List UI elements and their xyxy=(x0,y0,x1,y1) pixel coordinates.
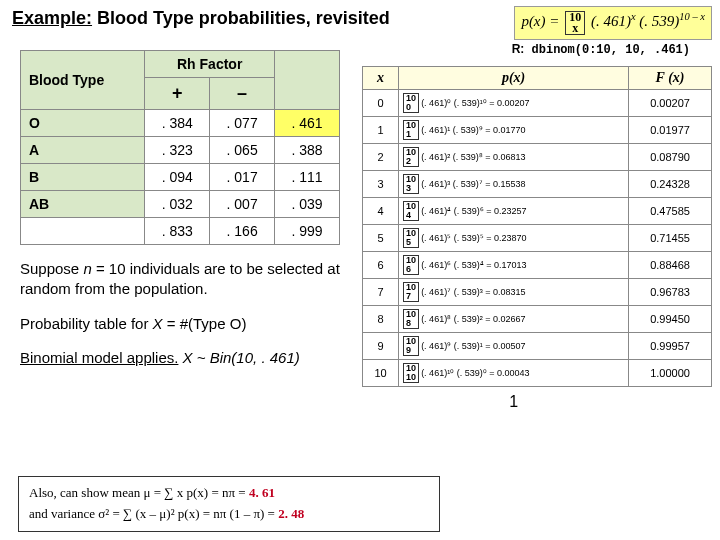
bt-row-label: B xyxy=(21,164,145,191)
cdf-value: 0.24328 xyxy=(629,171,712,198)
paragraph-suppose: Suppose n = 10 individuals are to be sel… xyxy=(20,259,340,300)
binom-icon: 1010 xyxy=(403,363,419,383)
r-code-line: R: dbinom(0:10, 10, .461) xyxy=(512,42,690,57)
cdf-value: 0.47585 xyxy=(629,198,712,225)
title-rest: Blood Type probabilities, revisited xyxy=(92,8,390,28)
x-value: 0 xyxy=(363,90,399,117)
paragraph-probtable: Probability table for X = #(Type O) xyxy=(20,314,340,334)
binom-icon: 100 xyxy=(403,93,419,113)
binom-icon: 107 xyxy=(403,282,419,302)
x-value: 8 xyxy=(363,306,399,333)
x-value: 3 xyxy=(363,171,399,198)
binom-icon: 109 xyxy=(403,336,419,356)
x-value: 5 xyxy=(363,225,399,252)
binom-icon: 101 xyxy=(403,120,419,140)
mean-variance-box: Also, can show mean μ = ∑ x p(x) = nπ = … xyxy=(18,476,440,532)
binom-icon: 102 xyxy=(403,147,419,167)
binom-icon: 106 xyxy=(403,255,419,275)
cdf-value: 0.00207 xyxy=(629,90,712,117)
mean-value: 4. 61 xyxy=(249,485,275,500)
binom-icon: 104 xyxy=(403,201,419,221)
paragraph-binomial: Binomial model applies. X ~ Bin(10, . 46… xyxy=(20,348,340,368)
pmf-formula: p(x) = 10x (. 461)x (. 539)10 – x xyxy=(514,6,712,40)
bt-row-label: AB xyxy=(21,191,145,218)
x-value: 4 xyxy=(363,198,399,225)
binom-icon: 103 xyxy=(403,174,419,194)
x-value: 6 xyxy=(363,252,399,279)
binom-icon: 105 xyxy=(403,228,419,248)
sum-value: 1 xyxy=(399,387,629,415)
rh-header: Rh Factor xyxy=(145,51,275,78)
variance-value: 2. 48 xyxy=(278,506,304,521)
binom-icon: 108 xyxy=(403,309,419,329)
cdf-value: 0.71455 xyxy=(629,225,712,252)
probability-table: xp(x)F (x) 0100(. 461)⁰ (. 539)¹⁰ = 0.00… xyxy=(362,66,712,414)
cdf-value: 0.01977 xyxy=(629,117,712,144)
cdf-value: 0.08790 xyxy=(629,144,712,171)
bt-row-label: A xyxy=(21,137,145,164)
cdf-value: 0.99450 xyxy=(629,306,712,333)
x-value: 10 xyxy=(363,360,399,387)
cdf-value: 1.00000 xyxy=(629,360,712,387)
cdf-value: 0.88468 xyxy=(629,252,712,279)
blood-type-table: Blood Type Rh Factor + – O. 384. 077. 46… xyxy=(20,50,340,245)
binom-icon: 10x xyxy=(565,11,585,35)
bt-row-label: O xyxy=(21,110,145,137)
x-value: 9 xyxy=(363,333,399,360)
x-value: 1 xyxy=(363,117,399,144)
x-value: 2 xyxy=(363,144,399,171)
x-value: 7 xyxy=(363,279,399,306)
blood-type-header: Blood Type xyxy=(21,51,145,110)
example-label: Example: xyxy=(12,8,92,28)
cdf-value: 0.99957 xyxy=(629,333,712,360)
cdf-value: 0.96783 xyxy=(629,279,712,306)
formula-lhs: p(x) = xyxy=(521,13,563,29)
